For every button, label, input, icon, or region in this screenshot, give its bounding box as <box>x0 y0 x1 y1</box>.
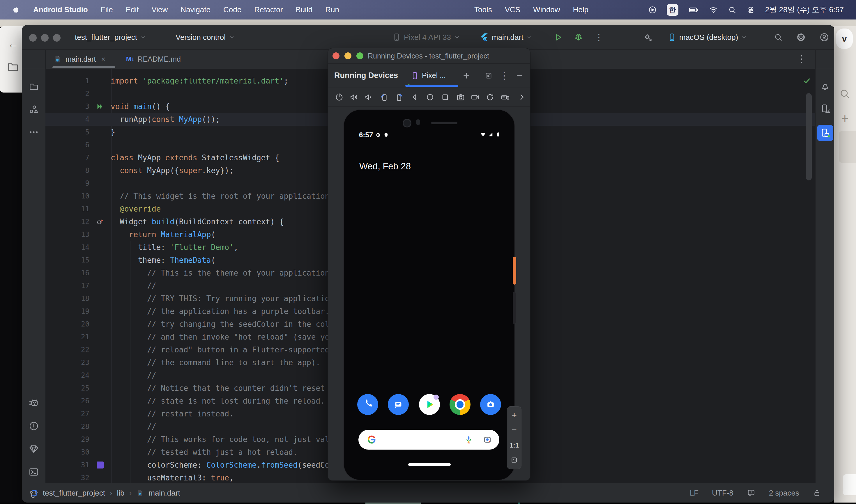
screenshot-button[interactable] <box>456 92 465 102</box>
control-center-icon[interactable] <box>747 5 755 14</box>
rotate-right-button[interactable] <box>395 92 404 102</box>
run-button[interactable] <box>552 32 564 43</box>
zoom-fit-button[interactable] <box>510 456 518 464</box>
zoom-in-button[interactable]: + <box>511 410 517 420</box>
menu-item-help[interactable]: Help <box>573 5 589 14</box>
dock-window-button[interactable] <box>483 70 494 82</box>
sidebar-item-structure[interactable] <box>29 104 39 115</box>
breadcrumb-item[interactable]: lib <box>117 489 125 498</box>
rotate-left-button[interactable] <box>379 92 389 102</box>
write-access-lock-icon[interactable] <box>813 489 821 497</box>
minimize-window-button[interactable] <box>41 34 49 42</box>
hardware-input-button[interactable] <box>501 92 510 102</box>
editor-options-button[interactable]: ⋮ <box>796 53 807 65</box>
sidebar-item-logcat[interactable] <box>29 397 39 408</box>
close-window-button[interactable] <box>29 34 37 42</box>
sidebar-item-more-tool-windows[interactable] <box>29 127 39 137</box>
breadcrumb-item[interactable]: test_flutter_project <box>43 489 105 498</box>
google-search-bar[interactable] <box>359 430 499 450</box>
menu-item-file[interactable]: File <box>101 5 113 14</box>
color-preview-gutter-icon[interactable] <box>89 462 111 468</box>
menu-item-code[interactable]: Code <box>223 5 241 14</box>
back-button[interactable] <box>410 92 419 102</box>
app-icon-messages[interactable] <box>388 394 409 415</box>
close-window-button[interactable] <box>332 52 339 59</box>
more-actions-button[interactable]: ⋮ <box>593 32 605 43</box>
sidebar-item-notifications[interactable] <box>820 81 831 91</box>
apple-logo-icon[interactable] <box>11 5 20 15</box>
sidebar-item-problems[interactable] <box>29 421 39 431</box>
menu-item-edit[interactable]: Edit <box>126 5 139 14</box>
more-button[interactable] <box>517 92 526 102</box>
menu-item-build[interactable]: Build <box>296 5 312 14</box>
app-icon-camera[interactable] <box>480 394 501 415</box>
restart-button[interactable] <box>485 92 495 102</box>
input-source-indicator[interactable]: 한 <box>667 4 678 16</box>
screen-record-button[interactable] <box>471 92 480 102</box>
line-number: 13 <box>46 231 89 239</box>
google-lens-icon[interactable] <box>482 434 493 445</box>
sidebar-item-app-quality-insights[interactable] <box>29 444 39 454</box>
more-options-button[interactable]: ⋮ <box>499 70 510 82</box>
zoom-out-button[interactable]: − <box>511 425 517 435</box>
home-indicator[interactable] <box>408 463 451 466</box>
menu-item-run[interactable]: Run <box>325 5 339 14</box>
minimize-window-button[interactable] <box>345 52 351 59</box>
maximize-window-button[interactable] <box>53 34 60 42</box>
spotlight-search-icon[interactable] <box>728 5 737 14</box>
encoding-widget[interactable]: UTF-8 <box>712 489 733 498</box>
indent-widget[interactable]: 2 spaces <box>769 489 799 498</box>
power-button[interactable] <box>334 92 344 102</box>
run-configuration-selector[interactable]: main.dart <box>479 25 532 50</box>
profile-button[interactable] <box>818 32 830 43</box>
app-icon-phone[interactable] <box>357 394 378 415</box>
run-gutter-icon[interactable] <box>89 102 111 111</box>
volume-up-button[interactable] <box>349 92 359 102</box>
menu-datetime[interactable]: 2월 28일 (수) 오후 6:57 <box>765 5 844 15</box>
breadcrumb[interactable]: test_flutter_project›lib›main.dart <box>22 489 180 498</box>
device-selector[interactable]: Pixel 4 API 33 <box>392 25 460 50</box>
menu-item-vcs[interactable]: VCS <box>505 5 520 14</box>
add-device-button[interactable] <box>460 70 472 82</box>
settings-button[interactable] <box>795 32 807 43</box>
device-tab-pixel[interactable]: Pixel ... <box>411 64 446 88</box>
menu-item-view[interactable]: View <box>152 5 168 14</box>
tab-readme-md[interactable]: M↓ README.md <box>126 50 181 69</box>
editor-scrollbar[interactable] <box>806 93 812 180</box>
hide-button[interactable] <box>513 70 525 82</box>
menu-item-window[interactable]: Window <box>533 5 560 14</box>
sidebar-item-device-manager[interactable] <box>820 104 831 114</box>
debug-button[interactable] <box>573 32 584 43</box>
vcs-selector[interactable]: Version control <box>176 25 235 50</box>
app-icon-play-store[interactable] <box>419 394 440 415</box>
line-ending-widget[interactable]: LF <box>690 489 698 498</box>
overview-button[interactable] <box>440 92 450 102</box>
flutter-device-target-selector[interactable]: macOS (desktop) <box>668 25 747 50</box>
device-screen[interactable]: 6:57 Wed, Feb 28 <box>353 127 506 471</box>
sidebar-item-running-devices[interactable] <box>817 125 833 141</box>
mic-icon[interactable] <box>463 434 474 445</box>
notification-balloon-icon[interactable] <box>747 489 755 497</box>
menu-app-name[interactable]: Android Studio <box>33 5 88 14</box>
home-button[interactable] <box>425 92 435 102</box>
sidebar-item-project[interactable] <box>29 82 39 92</box>
wifi-icon[interactable] <box>709 5 718 15</box>
zoom-reset-button[interactable]: 1:1 <box>509 442 519 449</box>
now-playing-icon[interactable] <box>648 5 657 14</box>
volume-down-button[interactable] <box>364 92 373 102</box>
menu-item-tools[interactable]: Tools <box>474 5 492 14</box>
tab-main-dart[interactable]: main.dart × <box>53 50 105 69</box>
close-tab-icon[interactable]: × <box>101 55 105 64</box>
attach-debugger-button[interactable] <box>642 32 654 43</box>
sidebar-item-terminal[interactable] <box>29 467 39 477</box>
menu-item-refactor[interactable]: Refactor <box>254 5 283 14</box>
app-icon-chrome[interactable] <box>450 394 471 415</box>
overriding-method-gutter-icon[interactable] <box>89 218 111 226</box>
maximize-window-button[interactable] <box>356 52 363 59</box>
menu-item-navigate[interactable]: Navigate <box>180 5 210 14</box>
inspections-ok-icon[interactable] <box>802 76 811 85</box>
search-everywhere-button[interactable] <box>772 32 784 43</box>
breadcrumb-item[interactable]: main.dart <box>149 489 180 498</box>
battery-icon[interactable] <box>688 5 699 15</box>
project-selector[interactable]: test_flutter_project <box>75 25 146 50</box>
